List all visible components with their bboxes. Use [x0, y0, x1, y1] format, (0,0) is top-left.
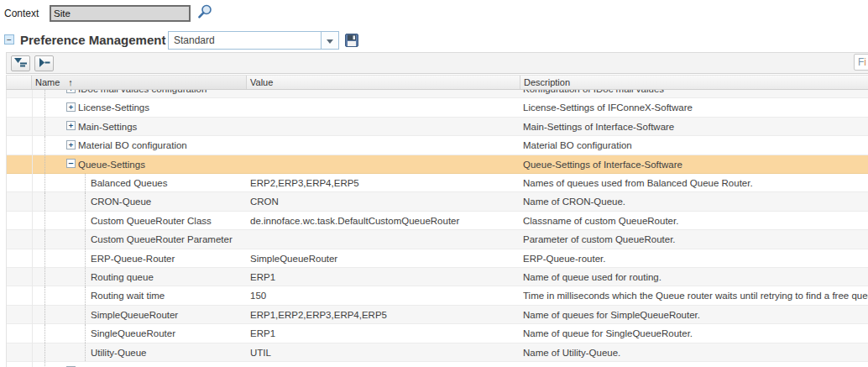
header-cell-description[interactable]: Description: [520, 76, 868, 89]
table-row[interactable]: Utility-QueueUTILName of Utility-Queue.: [7, 343, 868, 362]
tree-guide: [44, 324, 45, 342]
collapse-icon[interactable]: –: [66, 159, 76, 168]
table-row[interactable]: CRON-QueueCRONName of CRON-Queue.: [7, 192, 868, 211]
header-cell-spacer: [7, 76, 32, 89]
tree-guide: [44, 306, 45, 323]
cell-value: ERP2,ERP3,ERP4,ERP5: [250, 174, 517, 191]
tree-guide: [44, 343, 45, 361]
grid-header: Name↑ Value Description: [6, 75, 868, 90]
cell-value: ERP1: [250, 268, 517, 286]
combobox-value: Standard: [174, 32, 215, 49]
save-icon: [344, 38, 359, 50]
cell-description: Name of queue for SingleQueueRouter.: [523, 324, 868, 342]
table-row[interactable]: Custom QueueRouter Classde.innoface.wc.t…: [7, 212, 868, 230]
filter-input[interactable]: Fi: [854, 54, 868, 71]
grid-body: +IDoc mail values configurationKonfigura…: [6, 90, 868, 367]
column-separator: [32, 90, 33, 367]
search-button[interactable]: [196, 3, 213, 20]
collapse-all-button[interactable]: [11, 55, 30, 71]
tree-guide: [44, 118, 45, 135]
tree-guide: [44, 212, 45, 229]
collapse-all-icon: [13, 58, 28, 71]
cell-description: Konfiguration of IDoc mail values: [523, 90, 868, 97]
context-label: Context: [4, 8, 39, 19]
sort-asc-icon: ↑: [68, 76, 73, 89]
cell-name: Utility-Queue: [91, 343, 247, 361]
table-row[interactable]: +Revise adapterSettings for the Revise a…: [7, 362, 868, 367]
cell-description: Queue-Settings of Interface-Software: [523, 155, 868, 173]
cell-name: Routing queue: [91, 268, 247, 286]
table-row[interactable]: SingleQueueRouterERP1Name of queue for S…: [7, 324, 868, 343]
cell-name: Material BO configuration: [78, 136, 247, 154]
tree-guide: [44, 230, 45, 248]
tree-guide: [85, 174, 86, 191]
header-cell-name[interactable]: Name↑: [32, 76, 247, 89]
save-button[interactable]: [344, 33, 359, 48]
cell-name: Routing wait time: [91, 286, 247, 304]
cell-name: ERP-Queue-Router: [91, 249, 247, 267]
cell-value: [250, 155, 517, 173]
tree-guide: [85, 343, 86, 361]
table-row[interactable]: Routing wait time150Time in milliseconds…: [7, 286, 868, 305]
column-label-name: Name: [35, 77, 60, 87]
expand-icon[interactable]: +: [66, 90, 76, 93]
tree-guide: [44, 98, 45, 116]
expand-icon[interactable]: +: [66, 140, 76, 149]
tree-guide: [44, 286, 45, 304]
page-title: Preference Management: [20, 33, 165, 47]
tree-guide: [85, 286, 86, 304]
tree-guide: [44, 90, 45, 97]
table-row[interactable]: +Material BO configurationMaterial BO co…: [7, 136, 868, 155]
cell-description: License-Settings of IFConneX-Software: [523, 98, 868, 116]
cell-name: SimpleQueueRouter: [91, 306, 247, 323]
expand-level-button[interactable]: [34, 55, 54, 71]
combobox-trigger[interactable]: [321, 32, 338, 49]
cell-description: ERP-Queue-router.: [523, 249, 868, 267]
table-row[interactable]: Routing queueERP1Name of queue used for …: [7, 268, 868, 286]
tree-guide: [44, 268, 45, 286]
preset-combobox[interactable]: Standard: [168, 31, 339, 50]
table-row[interactable]: ERP-Queue-RouterSimpleQueueRouterERP-Que…: [7, 249, 868, 268]
tree-guide: [44, 155, 45, 173]
table-row[interactable]: Balanced QueuesERP2,ERP3,ERP4,ERP5Names …: [7, 174, 868, 192]
column-label-value: Value: [250, 77, 273, 87]
tree-guide: [85, 192, 86, 210]
cell-value: [250, 362, 517, 367]
cell-description: Settings for the Revise adapter.: [523, 362, 868, 367]
cell-description: Names of queues used from Balanced Queue…: [523, 174, 868, 191]
cell-value: UTIL: [250, 343, 517, 361]
tree-guide: [85, 230, 86, 248]
tree-guide: [85, 306, 86, 323]
search-icon: [196, 10, 213, 23]
chevron-down-icon: [327, 39, 333, 44]
cell-name: IDoc mail values configuration: [78, 90, 247, 97]
expand-icon[interactable]: +: [66, 102, 76, 112]
table-row[interactable]: +IDoc mail values configurationKonfigura…: [7, 90, 868, 98]
section-collapse-icon[interactable]: −: [4, 34, 14, 45]
tree-guide: [85, 324, 86, 342]
preference-management-page: Context − Preference Management Standard: [0, 0, 868, 367]
context-input[interactable]: [50, 5, 191, 22]
cell-name: Queue-Settings: [78, 155, 247, 173]
tree-guide: [44, 174, 45, 191]
tree-guide: [44, 362, 45, 367]
tree-guide: [44, 136, 45, 154]
expand-level-icon: [37, 58, 51, 71]
tree-guide: [44, 249, 45, 267]
cell-value: [250, 230, 517, 248]
cell-description: Name of Utility-Queue.: [523, 343, 868, 361]
expand-icon[interactable]: +: [66, 121, 76, 130]
cell-name: License-Settings: [78, 98, 247, 116]
cell-value: [250, 136, 517, 154]
table-row[interactable]: +License-SettingsLicense-Settings of IFC…: [7, 98, 868, 117]
table-row[interactable]: –Queue-SettingsQueue-Settings of Interfa…: [7, 155, 868, 174]
cell-value: 150: [250, 286, 517, 304]
header-cell-value[interactable]: Value: [247, 76, 520, 89]
tree-guide: [85, 268, 86, 286]
cell-value: ERP1,ERP2,ERP3,ERP4,ERP5: [250, 306, 517, 323]
table-row[interactable]: SimpleQueueRouterERP1,ERP2,ERP3,ERP4,ERP…: [7, 306, 868, 324]
table-row[interactable]: +Main-SettingsMain-Settings of Interface…: [7, 118, 868, 136]
cell-description: Main-Settings of Interface-Software: [523, 118, 868, 135]
cell-value: CRON: [250, 192, 517, 210]
table-row[interactable]: Custom QueueRouter ParameterParameter of…: [7, 230, 868, 249]
